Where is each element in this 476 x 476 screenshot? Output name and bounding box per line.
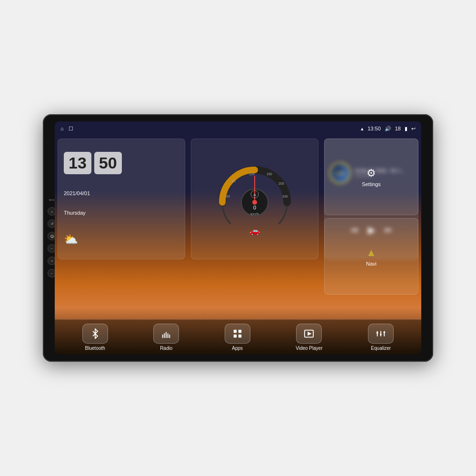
settings-button[interactable]: ⚙ Settings <box>324 139 418 215</box>
svg-text:120: 120 <box>249 172 255 176</box>
clock-display: 13 50 <box>64 152 122 174</box>
radio-label: Radio <box>160 346 172 351</box>
video-player-icon <box>296 324 322 344</box>
svg-rect-20 <box>238 330 241 333</box>
car-head-unit: MIC ⌂ ↺ ⏻ ← + − ⌂ ☐ ▴ 13:50 🔊 18 ▮ ↩ <box>43 114 433 362</box>
svg-rect-17 <box>168 333 169 338</box>
navi-button[interactable]: ▲ Navi <box>324 218 418 295</box>
volume-icon: 🔊 <box>385 126 391 132</box>
status-time: 13:50 <box>367 126 381 131</box>
clock-widget: 13 50 2021/04/01 Thursday ⛅ <box>58 139 185 259</box>
equalizer-button[interactable]: Equalizer <box>363 320 398 355</box>
apps-button[interactable]: Apps <box>220 320 255 355</box>
clock-date: 2021/04/01 <box>64 190 90 196</box>
bluetooth-label: Bluetooth <box>85 346 105 351</box>
video-player-button[interactable]: Video Player <box>291 320 327 355</box>
svg-text:80: 80 <box>232 179 236 183</box>
status-bar: ⌂ ☐ ▴ 13:50 🔊 18 ▮ ↩ <box>55 121 421 136</box>
bluetooth-button[interactable]: Bluetooth <box>78 320 113 355</box>
svg-point-28 <box>380 334 382 336</box>
navi-icon: ▲ <box>366 247 377 259</box>
back-icon[interactable]: ↩ <box>411 126 416 132</box>
svg-marker-24 <box>308 332 311 335</box>
bluetooth-icon <box>82 324 108 344</box>
svg-rect-18 <box>169 335 170 338</box>
weather-icon: ⛅ <box>64 233 78 246</box>
svg-point-9 <box>252 200 257 205</box>
speedometer-svg: 40 80 120 160 200 240 0 km/h ◆ <box>212 162 298 224</box>
volume-level: 18 <box>395 126 401 131</box>
settings-navi-area: ⚙ Settings ▲ Navi <box>324 139 418 295</box>
radio-button[interactable]: Radio <box>149 320 184 355</box>
svg-rect-19 <box>233 330 236 333</box>
svg-text:0: 0 <box>253 205 256 210</box>
home-icon[interactable]: ⌂ <box>60 126 64 131</box>
svg-text:40: 40 <box>226 195 230 198</box>
apps-icon <box>225 324 250 344</box>
battery-icon: ▮ <box>405 126 407 132</box>
svg-text:200: 200 <box>278 182 284 185</box>
clock-day: Thursday <box>64 210 86 216</box>
svg-text:◆: ◆ <box>253 193 257 197</box>
video-player-label: Video Player <box>296 346 323 351</box>
equalizer-icon <box>368 324 394 344</box>
svg-text:240: 240 <box>282 195 288 198</box>
equalizer-label: Equalizer <box>371 346 391 351</box>
mic-label: MIC <box>49 198 55 201</box>
apps-label: Apps <box>232 346 243 351</box>
screen: ⌂ ☐ ▴ 13:50 🔊 18 ▮ ↩ 13 50 2021/04/01 <box>55 121 421 355</box>
bottom-bar: Bluetooth Radio <box>55 319 421 355</box>
svg-rect-15 <box>164 333 165 338</box>
svg-rect-21 <box>233 335 236 337</box>
svg-rect-14 <box>162 335 163 338</box>
wifi-icon: ▴ <box>361 126 364 132</box>
weather-row: ⛅ <box>64 233 78 246</box>
speedometer-widget: 40 80 120 160 200 240 0 km/h ◆ <box>191 139 318 259</box>
recents-icon[interactable]: ☐ <box>69 126 73 132</box>
svg-point-26 <box>377 332 378 334</box>
clock-hour: 13 <box>64 152 91 174</box>
car-icon: 🚗 <box>249 226 260 236</box>
svg-rect-16 <box>166 332 167 338</box>
clock-minute: 50 <box>94 152 122 174</box>
radio-icon <box>153 324 179 344</box>
status-right: ▴ 13:50 🔊 18 ▮ ↩ <box>361 126 416 132</box>
svg-point-30 <box>384 331 386 333</box>
navi-label: Navi <box>366 261 377 267</box>
svg-rect-22 <box>238 335 241 337</box>
status-left: ⌂ ☐ <box>60 126 73 132</box>
settings-icon: ⚙ <box>367 167 376 179</box>
settings-label: Settings <box>362 181 381 187</box>
svg-text:160: 160 <box>267 172 272 176</box>
svg-text:km/h: km/h <box>250 212 258 216</box>
